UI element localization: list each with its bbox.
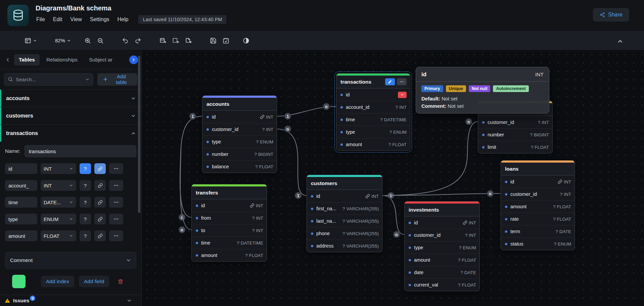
issues-bar[interactable]: Issues 0 (0, 295, 141, 306)
table-field-row[interactable]: type? ENUM (336, 126, 410, 138)
search-input[interactable] (16, 77, 83, 82)
save-button[interactable] (207, 35, 220, 46)
field-name-button[interactable]: type (5, 214, 37, 224)
tab-subject-ar[interactable]: Subject ar (84, 54, 117, 65)
field-more-options-button[interactable] (109, 230, 123, 241)
sidebar-table-customers[interactable]: customers (0, 107, 141, 124)
table-field-row[interactable]: time? DATETIME (336, 113, 410, 126)
zoom-level-control[interactable]: 82% (52, 35, 74, 46)
field-more-options-button[interactable] (109, 197, 123, 208)
delete-table-button[interactable] (114, 276, 127, 287)
sidebar-table-accounts[interactable]: accounts (0, 89, 141, 107)
table-field-row[interactable]: id INT (405, 216, 479, 229)
primary-key-toggle-button[interactable] (94, 180, 106, 191)
primary-key-toggle-button[interactable] (94, 163, 106, 174)
chevron-down-icon[interactable] (127, 298, 132, 303)
table-field-row[interactable]: from? INT (192, 212, 267, 224)
table-field-row[interactable]: status? ENUM (501, 237, 574, 250)
zoom-out-button[interactable] (94, 35, 107, 46)
table-field-row[interactable]: time? DATETIME (192, 236, 267, 249)
table-field-row[interactable]: to? INT (192, 224, 267, 236)
primary-key-toggle-button[interactable] (94, 230, 106, 241)
table-field-row[interactable]: id INT (192, 199, 267, 212)
delete-field-button[interactable] (398, 92, 407, 98)
redo-button[interactable] (132, 35, 144, 46)
tab-relationships[interactable]: Relationships (42, 54, 82, 65)
field-type-select[interactable]: ENUM (41, 214, 76, 224)
table-field-row[interactable]: account_id? INT (336, 101, 410, 113)
nullable-toggle-button[interactable]: ? (80, 230, 91, 241)
table-field-row[interactable]: phone? VARCHAR(255) (307, 227, 382, 239)
field-type-select[interactable]: INT (41, 180, 76, 191)
field-type-select[interactable]: FLOAT (41, 230, 76, 241)
tabs-scroll-right-button[interactable] (129, 55, 138, 64)
add-table-button[interactable]: Add table (97, 73, 137, 86)
menu-view[interactable]: View (66, 15, 86, 24)
app-logo[interactable] (7, 5, 29, 26)
canvas-table-loans[interactable]: loansid INTcustomer_id? INTamount? FLOAT… (501, 160, 575, 250)
field-name-button[interactable]: account_ (5, 180, 37, 191)
table-field-row[interactable]: customer_id? INT (202, 123, 277, 135)
table-field-row[interactable]: type? ENUM (405, 241, 479, 254)
canvas-table-transfers[interactable]: transfersid INTfrom? INTto? INTtime? DAT… (191, 184, 267, 262)
canvas-table-customers[interactable]: customersid INTfirst_na...? VARCHAR(255)… (307, 175, 382, 252)
menu-file[interactable]: File (36, 15, 49, 24)
tabs-scroll-left-button[interactable] (3, 55, 12, 64)
share-button[interactable]: Share (593, 8, 629, 21)
sidebar-table-transactions[interactable]: transactions (0, 124, 141, 142)
add-index-button[interactable]: Add index (41, 276, 74, 287)
table-field-row[interactable]: term? DATE (501, 225, 574, 237)
table-field-row[interactable]: first_na...? VARCHAR(255) (307, 202, 382, 215)
table-field-row[interactable]: amount? FLOAT (501, 200, 574, 213)
comment-section-toggle[interactable]: Comment (5, 252, 136, 269)
table-field-row[interactable]: date? DATE (405, 266, 479, 278)
table-field-row[interactable]: customer_id? INT (478, 116, 552, 128)
theme-toggle-button[interactable] (240, 35, 252, 46)
table-field-row[interactable]: rate? FLOAT (501, 213, 574, 225)
field-name-button[interactable]: amount (5, 230, 37, 241)
table-field-row[interactable]: type? ENUM (202, 135, 277, 148)
table-more-options-button[interactable] (397, 78, 407, 85)
add-note-tool-button[interactable] (182, 35, 195, 46)
nullable-toggle-button[interactable]: ? (80, 214, 91, 224)
edit-table-button[interactable] (385, 78, 395, 85)
field-name-button[interactable]: id (5, 163, 37, 174)
menu-help[interactable]: Help (113, 15, 133, 24)
table-field-row[interactable]: amount? FLOAT (336, 138, 410, 150)
table-name-input[interactable] (25, 145, 136, 157)
field-more-options-button[interactable] (109, 214, 123, 224)
field-more-options-button[interactable] (109, 180, 123, 191)
table-field-row[interactable]: address? VARCHAR(255) (307, 239, 382, 252)
field-type-select[interactable]: INT (41, 163, 76, 174)
table-field-row[interactable]: limit? FLOAT (478, 141, 552, 153)
nullable-toggle-button[interactable]: ? (80, 180, 91, 191)
add-field-button[interactable]: Add field (79, 276, 109, 287)
primary-key-toggle-button[interactable] (94, 197, 106, 208)
table-search-box[interactable] (4, 73, 93, 86)
table-field-row[interactable]: id (336, 88, 410, 101)
table-field-row[interactable]: amount? FLOAT (192, 249, 267, 261)
canvas-table-accounts[interactable]: accountsid INTcustomer_id? INTtype? ENUM… (202, 95, 277, 173)
table-field-row[interactable]: last_na...? VARCHAR(255) (307, 215, 382, 227)
sidebar-scrollbar[interactable] (138, 56, 140, 213)
collapse-header-button[interactable] (614, 36, 627, 47)
field-name-button[interactable]: time (5, 197, 37, 208)
add-area-tool-button[interactable] (169, 35, 182, 46)
table-field-row[interactable]: id INT (307, 190, 382, 202)
canvas-table-transactions[interactable]: transactionsidaccount_id? INTtime? DATET… (336, 73, 410, 151)
field-type-select[interactable]: DATE... (41, 197, 76, 208)
canvas-table-investments[interactable]: investmentsid INTcustomer_id? INTtype? E… (404, 201, 480, 291)
table-field-row[interactable]: customer_id? INT (405, 229, 479, 241)
view-options-button[interactable] (21, 35, 40, 46)
undo-button[interactable] (119, 35, 132, 46)
nullable-toggle-button[interactable]: ? (80, 197, 91, 208)
table-field-row[interactable]: amount? FLOAT (405, 254, 479, 266)
table-field-row[interactable]: number? BIGINT (478, 128, 552, 141)
primary-key-toggle-button[interactable] (94, 214, 106, 224)
table-field-row[interactable]: id INT (501, 175, 574, 188)
menu-settings[interactable]: Settings (86, 15, 113, 24)
table-field-row[interactable]: customer_id? INT (501, 188, 574, 200)
todo-button[interactable] (220, 35, 232, 46)
table-field-row[interactable]: number? BIGINT (202, 148, 277, 160)
table-color-swatch[interactable] (12, 275, 26, 288)
